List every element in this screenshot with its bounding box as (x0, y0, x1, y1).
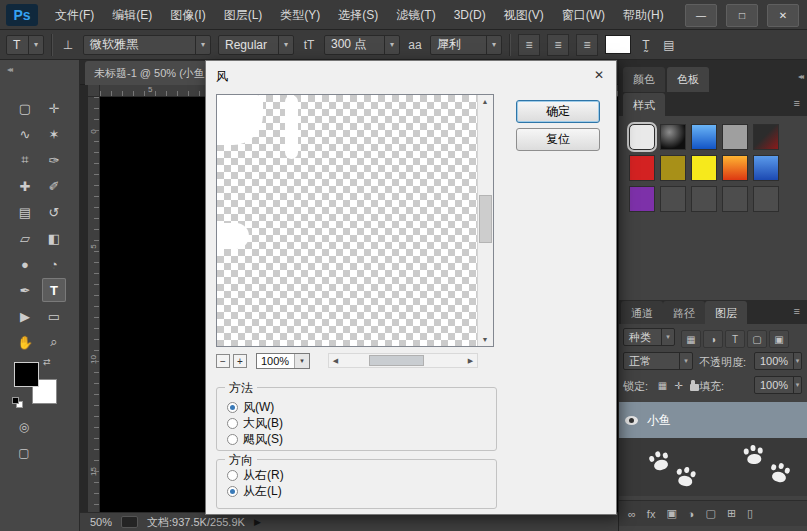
style-dark-sphere[interactable] (660, 124, 686, 150)
font-size-select[interactable]: 300 点 ▾ (324, 35, 400, 55)
zoom-out-button[interactable]: − (216, 354, 230, 368)
scroll-up-icon[interactable]: ▲ (478, 95, 492, 108)
maximize-button[interactable]: □ (726, 4, 758, 27)
text-orientation-icon[interactable]: ⊥ (60, 38, 76, 52)
preview-vertical-scrollbar[interactable]: ▲ ▼ (477, 95, 493, 346)
radio-from-left[interactable]: 从左(L) (227, 484, 282, 498)
link-layers-icon[interactable]: ∞ (628, 508, 636, 520)
tab-swatches[interactable]: 色板 (667, 67, 709, 92)
layer-mask-icon[interactable]: ▣ (666, 507, 676, 520)
zoom-tool[interactable]: ⌕ (42, 330, 66, 354)
lock-position-icon[interactable]: ✛ (671, 378, 686, 393)
blend-mode-select[interactable]: 正常 ▾ (623, 352, 693, 370)
brush-tool[interactable]: ✐ (42, 174, 66, 198)
menu-image[interactable]: 图像(I) (161, 0, 214, 30)
style-purple[interactable] (629, 186, 655, 212)
filter-type-icon[interactable]: T (725, 330, 745, 348)
style-default[interactable] (629, 124, 655, 150)
ok-button[interactable]: 确定 (516, 100, 600, 123)
tab-paths[interactable]: 路径 (663, 301, 705, 326)
menu-view[interactable]: 视图(V) (495, 0, 553, 30)
rectangle-tool[interactable]: ▭ (42, 304, 66, 328)
menu-window[interactable]: 窗口(W) (553, 0, 614, 30)
filter-pixel-icon[interactable]: ▦ (681, 330, 701, 348)
radio-from-right[interactable]: 从右(R) (227, 468, 284, 482)
document-tab[interactable]: 未标题-1 @ 50% (小鱼... (85, 61, 221, 85)
preview-canvas[interactable] (217, 95, 478, 346)
lasso-tool[interactable]: ∿ (13, 122, 37, 146)
style-blue-gradient[interactable] (753, 155, 779, 181)
eraser-tool[interactable]: ▱ (13, 226, 37, 250)
tab-channels[interactable]: 通道 (621, 301, 663, 326)
fill-field[interactable]: 100% ▾ (754, 376, 802, 394)
tab-color[interactable]: 颜色 (623, 67, 665, 92)
quick-mask-icon[interactable]: ◎ (15, 418, 33, 436)
panel-menu-icon[interactable]: ≡ (794, 305, 800, 317)
text-color-swatch[interactable] (605, 35, 631, 54)
hand-tool[interactable]: ✋ (13, 330, 37, 354)
style-orange-gradient[interactable] (722, 155, 748, 181)
align-center-button[interactable]: ≡ (547, 34, 569, 56)
crop-tool[interactable]: ⌗ (13, 148, 37, 172)
anti-alias-select[interactable]: 犀利 ▾ (430, 35, 502, 55)
history-brush-tool[interactable]: ↺ (42, 200, 66, 224)
scroll-down-icon[interactable]: ▼ (478, 333, 492, 346)
style-gray[interactable] (722, 124, 748, 150)
tab-styles[interactable]: 样式 (623, 93, 665, 118)
zoom-level-field[interactable]: 50% (90, 516, 112, 528)
style-olive[interactable] (660, 155, 686, 181)
scroll-left-icon[interactable]: ◀ (329, 354, 342, 367)
eyedropper-tool[interactable]: ✑ (42, 148, 66, 172)
menu-file[interactable]: 文件(F) (46, 0, 103, 30)
delete-layer-icon[interactable]: ▯ (747, 507, 753, 520)
close-window-button[interactable]: ✕ (767, 4, 799, 27)
gradient-tool[interactable]: ◧ (42, 226, 66, 250)
collapse-toolbar-icon[interactable]: ◂◂ (7, 65, 11, 74)
layer-filter-type-select[interactable]: 种类 ▾ (623, 328, 675, 346)
tab-layers[interactable]: 图层 (705, 301, 747, 326)
style-empty[interactable] (660, 186, 686, 212)
lock-transparency-icon[interactable]: ▦ (655, 378, 670, 393)
foreground-color-swatch[interactable] (14, 362, 39, 387)
menu-layer[interactable]: 图层(L) (215, 0, 272, 30)
font-style-select[interactable]: Regular ▾ (218, 35, 294, 55)
style-dark-red[interactable] (753, 124, 779, 150)
magic-wand-tool[interactable]: ✶ (42, 122, 66, 146)
dodge-tool[interactable]: ◔ (42, 252, 66, 276)
move-tool[interactable]: ✛ (42, 96, 66, 120)
vertical-ruler[interactable]: 0 5 10 15 (88, 97, 100, 512)
preview-horizontal-scrollbar[interactable]: ◀ ▶ (328, 353, 478, 368)
font-family-select[interactable]: 微软雅黑 ▾ (83, 35, 211, 55)
blur-tool[interactable]: ● (13, 252, 37, 276)
spot-healing-brush-tool[interactable]: ✚ (13, 174, 37, 198)
scroll-right-icon[interactable]: ▶ (464, 354, 477, 367)
zoom-percent-select[interactable]: 100% ▾ (256, 353, 310, 369)
layer-style-icon[interactable]: fx (647, 508, 656, 520)
new-layer-icon[interactable]: ⊞ (727, 507, 736, 520)
layer-row-selected[interactable]: 小鱼 (619, 402, 807, 438)
menu-select[interactable]: 选择(S) (329, 0, 387, 30)
filter-shape-icon[interactable]: ▢ (747, 330, 767, 348)
radio-wind[interactable]: 风(W) (227, 400, 274, 414)
close-icon[interactable]: ✕ (589, 66, 609, 83)
status-menu-arrow-icon[interactable]: ▶ (254, 517, 261, 527)
screen-mode-icon[interactable]: ▢ (15, 444, 33, 462)
clone-stamp-tool[interactable]: ▤ (13, 200, 37, 224)
layer-group-icon[interactable]: ▢ (705, 507, 715, 520)
menu-type[interactable]: 类型(Y) (271, 0, 329, 30)
reset-button[interactable]: 复位 (516, 128, 600, 151)
style-empty[interactable] (691, 186, 717, 212)
style-empty[interactable] (753, 186, 779, 212)
menu-help[interactable]: 帮助(H) (614, 0, 673, 30)
radio-stagger[interactable]: 飓风(S) (227, 432, 283, 446)
panel-menu-icon[interactable]: ≡ (794, 97, 800, 109)
menu-edit[interactable]: 编辑(E) (103, 0, 161, 30)
minimize-button[interactable]: — (685, 4, 717, 27)
scrollbar-thumb[interactable] (479, 195, 492, 243)
collapse-dock-icon[interactable]: ◂◂ (798, 72, 802, 81)
style-yellow[interactable] (691, 155, 717, 181)
radio-blast[interactable]: 大风(B) (227, 416, 283, 430)
adjustment-layer-icon[interactable]: ◑ (688, 508, 695, 520)
align-left-button[interactable]: ≡ (518, 34, 540, 56)
swap-colors-icon[interactable]: ⇄ (43, 357, 51, 367)
